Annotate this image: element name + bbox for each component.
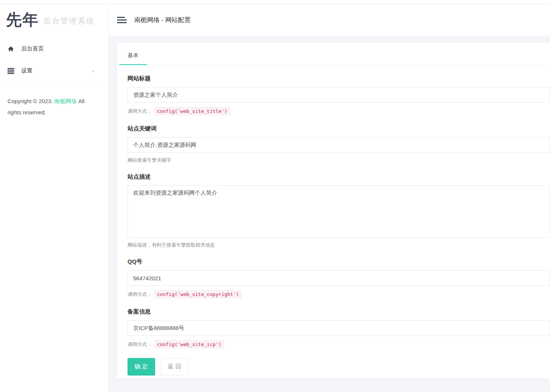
hamburger-icon[interactable] xyxy=(117,17,127,23)
field-label: 备案信息 xyxy=(127,308,550,316)
logo-subtitle: 后台管理系统 xyxy=(43,14,95,26)
site-config-form: 网站标题 调用方式： config('web_site_title') 站点关键… xyxy=(117,65,550,376)
help-code: config('web_site_icp') xyxy=(154,340,224,349)
sidebar: 先年 后台管理系统 后台首页 设置 › Copyright © 2 xyxy=(0,4,108,392)
field-help: 调用方式： config('web_site_icp') xyxy=(127,340,550,349)
copyright-text: Copyright © 2023. 南栀网络 All rights reserv… xyxy=(0,84,108,118)
field-help: 调用方式： config('web_site_copyright') xyxy=(127,290,550,299)
field-label: 网站标题 xyxy=(127,75,550,83)
field-label: 站点关键词 xyxy=(127,125,550,133)
tab-bar: 基本 xyxy=(117,43,550,65)
page-layout: 先年 后台管理系统 后台首页 设置 › Copyright © 2 xyxy=(0,4,550,392)
field-site-title: 网站标题 调用方式： config('web_site_title') xyxy=(127,75,550,115)
confirm-button[interactable]: 确 定 xyxy=(127,358,155,376)
help-text: 网站描述，有利于搜索引擎抓取相关信息 xyxy=(127,242,215,249)
field-qq-number: QQ号 调用方式： config('web_site_copyright') xyxy=(127,258,550,299)
help-prefix: 调用方式： xyxy=(127,341,152,348)
main-area: 南栀网络 - 网站配置 基本 网站标题 调用方式： config('web_si… xyxy=(108,4,550,392)
list-icon xyxy=(7,68,14,74)
button-row: 确 定 返 回 xyxy=(127,358,550,376)
icp-info-input[interactable] xyxy=(127,320,550,336)
sidebar-menu: 后台首页 设置 › xyxy=(0,36,108,82)
settings-card: 基本 网站标题 调用方式： config('web_site_title') xyxy=(117,43,550,379)
chevron-right-icon: › xyxy=(92,68,94,74)
logo: 先年 后台管理系统 xyxy=(0,4,108,36)
help-prefix: 调用方式： xyxy=(127,291,152,298)
sidebar-item-label: 设置 xyxy=(21,67,33,74)
field-help: 调用方式： config('web_site_title') xyxy=(127,107,550,115)
field-label: 站点描述 xyxy=(127,173,550,181)
sidebar-item-label: 后台首页 xyxy=(21,45,44,52)
site-title-input[interactable] xyxy=(127,87,550,103)
site-description-textarea[interactable]: 欢迎来到资源之家源码网个人简介 xyxy=(127,185,550,238)
logo-mark: 先年 xyxy=(6,12,39,28)
field-label: QQ号 xyxy=(127,258,550,266)
tab-basic[interactable]: 基本 xyxy=(119,43,147,65)
page-title: 南栀网络 - 网站配置 xyxy=(134,16,191,24)
help-prefix: 调用方式： xyxy=(127,108,152,115)
main-header: 南栀网络 - 网站配置 xyxy=(108,4,550,36)
back-button[interactable]: 返 回 xyxy=(160,358,188,376)
field-help: 网站描述，有利于搜索引擎抓取相关信息 xyxy=(127,242,550,249)
field-site-description: 站点描述 欢迎来到资源之家源码网个人简介 网站描述，有利于搜索引擎抓取相关信息 xyxy=(127,173,550,249)
content-background: 基本 网站标题 调用方式： config('web_site_title') xyxy=(108,36,550,392)
help-code: config('web_site_copyright') xyxy=(154,290,242,299)
home-icon xyxy=(7,46,14,52)
qq-number-input[interactable] xyxy=(127,270,550,286)
field-site-keywords: 站点关键词 网站搜索引擎关键字 xyxy=(127,125,550,164)
site-keywords-input[interactable] xyxy=(127,137,550,153)
copyright-prefix: Copyright © 2023. xyxy=(7,98,54,104)
field-help: 网站搜索引擎关键字 xyxy=(127,157,550,164)
sidebar-item-dashboard[interactable]: 后台首页 xyxy=(0,38,108,60)
top-strip xyxy=(0,0,550,4)
copyright-link[interactable]: 南栀网络 xyxy=(54,98,77,104)
sidebar-item-settings[interactable]: 设置 › xyxy=(0,60,108,82)
field-icp-info: 备案信息 调用方式： config('web_site_icp') xyxy=(127,308,550,349)
help-code: config('web_site_title') xyxy=(154,107,230,115)
help-text: 网站搜索引擎关键字 xyxy=(127,157,171,164)
